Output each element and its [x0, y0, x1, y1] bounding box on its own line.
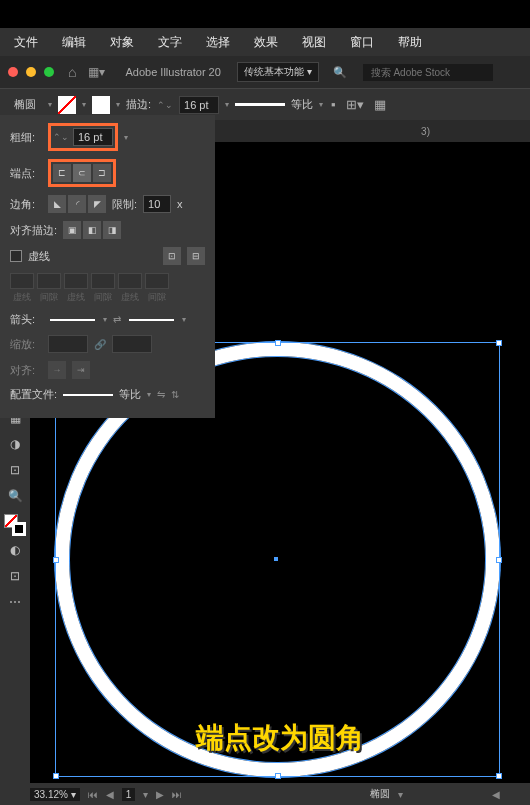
scale-start-input[interactable]: [48, 335, 88, 353]
opacity-icon[interactable]: ▪: [329, 95, 338, 114]
gap-input[interactable]: [145, 273, 169, 289]
align-center[interactable]: ▣: [63, 221, 81, 239]
page-dd-arrow[interactable]: ▾: [143, 789, 148, 800]
profile-value: 等比: [119, 387, 141, 402]
maximize-button[interactable]: [44, 67, 54, 77]
stroke-panel: 粗细: ⌃⌄ ▾ 端点: ⊏ ⊂ ⊐ 边角: ◣ ◜ ◤ 限制: x 对齐描边:…: [0, 115, 215, 418]
limit-label: 限制:: [112, 197, 137, 212]
dashed-label: 虚线: [28, 249, 50, 264]
dash-input[interactable]: [118, 273, 142, 289]
menu-type[interactable]: 文字: [148, 30, 192, 55]
app-title: Adobe Illustrator 20: [125, 66, 220, 78]
tool-btn[interactable]: ⊡: [3, 458, 27, 482]
cap-projecting[interactable]: ⊐: [93, 164, 111, 182]
menu-edit[interactable]: 编辑: [52, 30, 96, 55]
menu-file[interactable]: 文件: [4, 30, 48, 55]
weight-dropdown-arrow[interactable]: ▾: [225, 100, 229, 109]
link-icon[interactable]: 🔗: [94, 339, 106, 350]
search-icon: 🔍: [333, 66, 347, 79]
fill-dropdown-arrow[interactable]: ▾: [82, 100, 86, 109]
align-icon[interactable]: ⊞▾: [344, 95, 366, 114]
fill-swatch[interactable]: [58, 96, 76, 114]
resize-handle[interactable]: [496, 340, 502, 346]
menu-bar: 文件 编辑 对象 文字 选择 效果 视图 窗口 帮助: [0, 28, 530, 56]
corner-miter[interactable]: ◣: [48, 195, 66, 213]
tool-btn[interactable]: ⋯: [3, 590, 27, 614]
menu-effect[interactable]: 效果: [244, 30, 288, 55]
shape-dropdown-arrow[interactable]: ▾: [48, 100, 52, 109]
corner-round[interactable]: ◜: [68, 195, 86, 213]
dash-input[interactable]: [10, 273, 34, 289]
close-button[interactable]: [8, 67, 18, 77]
minimize-button[interactable]: [26, 67, 36, 77]
resize-handle[interactable]: [275, 773, 281, 779]
transform-icon[interactable]: ▦: [372, 95, 388, 114]
tool-btn[interactable]: ⊡: [3, 564, 27, 588]
stroke-dropdown-arrow[interactable]: ▾: [116, 100, 120, 109]
resize-handle[interactable]: [275, 340, 281, 346]
tool-btn[interactable]: 🔍: [3, 484, 27, 508]
arrow-label: 箭头:: [10, 312, 42, 327]
align-stroke-label: 对齐描边:: [10, 223, 57, 238]
dash-align[interactable]: ⊟: [187, 247, 205, 265]
last-page-icon[interactable]: ⏭: [172, 789, 182, 800]
menu-select[interactable]: 选择: [196, 30, 240, 55]
tool-btn[interactable]: ◑: [3, 432, 27, 456]
limit-input[interactable]: [143, 195, 171, 213]
menu-object[interactable]: 对象: [100, 30, 144, 55]
page-input[interactable]: 1: [122, 788, 136, 801]
stepper-icon[interactable]: ⌃⌄: [157, 100, 173, 110]
cap-label: 端点:: [10, 166, 42, 181]
next-page-icon[interactable]: ▶: [156, 789, 164, 800]
flip-h-icon[interactable]: ⇋: [157, 389, 165, 400]
title-bar: ⌂ ▦▾ Adobe Illustrator 20 传统基本功能 ▾ 🔍: [0, 56, 530, 88]
weight-input[interactable]: [73, 128, 113, 146]
gap-input[interactable]: [91, 273, 115, 289]
limit-x: x: [177, 198, 183, 210]
weight-stepper-icon[interactable]: ⌃⌄: [53, 132, 69, 142]
layout-icon[interactable]: ▦▾: [88, 65, 105, 79]
first-page-icon[interactable]: ⏮: [88, 789, 98, 800]
dash-preserve[interactable]: ⊡: [163, 247, 181, 265]
search-input[interactable]: [363, 64, 493, 81]
profile-sample[interactable]: [63, 394, 113, 396]
resize-handle[interactable]: [53, 773, 59, 779]
corner-bevel[interactable]: ◤: [88, 195, 106, 213]
menu-view[interactable]: 视图: [292, 30, 336, 55]
stroke-profile-sample[interactable]: [235, 103, 285, 106]
weight-dd-arrow[interactable]: ▾: [124, 133, 128, 142]
prev-page-icon[interactable]: ◀: [106, 789, 114, 800]
zoom-dropdown[interactable]: 33.12% ▾: [30, 788, 80, 801]
flip-v-icon[interactable]: ⇅: [171, 389, 179, 400]
resize-handle[interactable]: [496, 773, 502, 779]
annotation-text: 端点改为圆角: [196, 719, 364, 757]
align-inside[interactable]: ◧: [83, 221, 101, 239]
arrow-end[interactable]: [129, 319, 174, 321]
align-outside[interactable]: ◨: [103, 221, 121, 239]
scale-dropdown-arrow[interactable]: ▾: [319, 100, 323, 109]
stroke-weight-input[interactable]: [179, 96, 219, 114]
arrow-align-tip[interactable]: →: [48, 361, 66, 379]
arrow-align-end[interactable]: ⇥: [72, 361, 90, 379]
stroke-swatch[interactable]: [92, 96, 110, 114]
shape-type[interactable]: 椭圆: [8, 95, 42, 114]
resize-handle[interactable]: [53, 557, 59, 563]
swap-arrows-icon[interactable]: ⇄: [113, 314, 121, 325]
gap-input[interactable]: [37, 273, 61, 289]
fill-stroke-toggle[interactable]: [4, 514, 26, 536]
menu-window[interactable]: 窗口: [340, 30, 384, 55]
cap-round[interactable]: ⊂: [73, 164, 91, 182]
arrow-start[interactable]: [50, 319, 95, 321]
resize-handle[interactable]: [496, 557, 502, 563]
menu-help[interactable]: 帮助: [388, 30, 432, 55]
scale-end-input[interactable]: [112, 335, 152, 353]
dashed-checkbox[interactable]: [10, 250, 22, 262]
cap-butt[interactable]: ⊏: [53, 164, 71, 182]
dash-input[interactable]: [64, 273, 88, 289]
profile-label: 配置文件:: [10, 387, 57, 402]
home-icon[interactable]: ⌂: [68, 64, 76, 80]
tool-btn[interactable]: ◐: [3, 538, 27, 562]
workspace-dropdown[interactable]: 传统基本功能 ▾: [237, 62, 319, 82]
status-dd-arrow[interactable]: ▾: [398, 789, 403, 800]
scroll-left-icon[interactable]: ◀: [492, 789, 500, 800]
